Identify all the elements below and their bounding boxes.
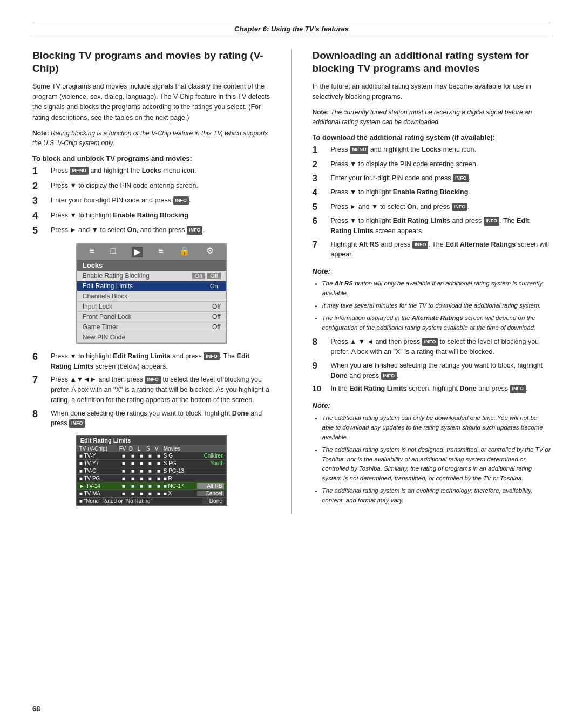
right-note-bottom: Note: The additional rating system can o… [313,400,551,505]
left-note: Note: Rating blocking is a function of t… [32,128,271,148]
column-divider [292,49,292,514]
rating-row-none: ■ "None" Rated or "No Rating" Done [77,498,226,505]
r-step-3-num: 3 [313,173,328,184]
menu-row-game-timer: Game Timer Off [77,322,226,332]
right-intro: In the future, an additional rating syst… [313,81,551,103]
left-steps: 1 Press MENU and highlight the Locks men… [32,166,271,237]
step-5-text: Press ► and ▼ to select On, and then pre… [51,225,271,235]
r-step-10: 10 In the Edit Rating Limits screen, hig… [313,384,551,394]
enter-icon-r6: INFO [484,217,500,226]
step-7-num: 7 [32,375,48,386]
note-mid-header: Note: [313,266,551,277]
icon-square: □ [110,247,116,257]
enter-icon-r3: INFO [453,174,469,183]
rating-row-tvpg: ■ TV-PG ■ ■ ■ ■ ■ ■ R [77,475,226,482]
note-bottom-item-2: The additional rating system is not desi… [322,445,551,484]
right-steps: 1 Press MENU and highlight the Locks men… [313,145,551,260]
r-step-5-num: 5 [313,202,328,213]
r-step-4-text: Press ▼ to highlight Enable Rating Block… [331,187,551,198]
r-step-3-text: Enter your four-digit PIN code and press… [331,173,551,183]
r-step-2: 2 Press ▼ to display the PIN code enteri… [313,159,551,170]
icon-lock: 🔒 [179,247,190,257]
rating-row-tvy: ■ TV-Y ■ ■ ■ ■ ■ S G Children [77,452,226,460]
step-8: 8 When done selecting the ratings you wa… [32,409,271,429]
rating-row-tv14: ► TV-14 ■ ■ ■ ■ ■ ■ NC-17 Alt RS [77,482,226,490]
step-8-num: 8 [32,409,48,420]
step-3-num: 3 [32,195,48,207]
enter-icon-1: INFO [173,196,189,205]
rating-table-header: TV (V-Chip) FV D L S V Movies [77,445,226,452]
step-2-text: Press ▼ to display the PIN code entering… [51,181,271,191]
note-bottom-item-3: The additional rating system is an evolv… [322,486,551,506]
step-4: 4 Press ▼ to highlight Enable Rating Blo… [32,210,271,222]
r-step-6: 6 Press ▼ to highlight Edit Rating Limit… [313,216,551,236]
step-5: 5 Press ► and ▼ to select On, and then p… [32,225,271,237]
r-step-1: 1 Press MENU and highlight the Locks men… [313,145,551,155]
r-step-2-text: Press ▼ to display the PIN code entering… [331,159,551,169]
menu-icon-r1: MENU [350,146,369,154]
tv-menu-mockup: ≡ □ ▶ ≡ 🔒 ⚙ Locks Enable Rating Blocking… [76,243,227,344]
r-step-6-num: 6 [313,216,328,227]
rating-row-tvy7: ■ TV-Y7 ■ ■ ■ ■ ■ S PG Youth [77,460,226,467]
icon-play: ▶ [132,247,143,257]
r-step-6-text: Press ▼ to highlight Edit Rating Limits … [331,216,551,236]
r-step-3: 3 Enter your four-digit PIN code and pre… [313,173,551,184]
r-step-7: 7 Highlight Alt RS and press INFO. The E… [313,240,551,260]
step-3-text: Enter your four-digit PIN code and press… [51,195,271,206]
two-column-layout: Blocking TV programs and movies by ratin… [32,49,551,514]
r-step-4: 4 Press ▼ to highlight Enable Rating Blo… [313,187,551,198]
note-bottom-list: The additional rating system can only be… [313,413,551,505]
page: Chapter 6: Using the TV's features Block… [0,0,583,728]
enter-icon-r9: INFO [381,372,397,380]
r-step-5-text: Press ► and ▼ to select On, and press IN… [331,202,551,212]
page-number: 68 [32,705,40,713]
note-bottom-item-1: The additional rating system can only be… [322,413,551,442]
rating-table-title: Edit Rating Limits [77,436,226,445]
note-bottom-header: Note: [313,400,551,411]
left-sub-heading: To block and unblock TV programs and mov… [32,154,271,162]
r-step-8-text: Press ▲ ▼ ◄ and then press INFO to selec… [331,337,551,357]
step-6-text: Press ▼ to highlight Edit Rating Limits … [51,351,271,372]
step-6: 6 Press ▼ to highlight Edit Rating Limit… [32,351,271,372]
r-step-8: 8 Press ▲ ▼ ◄ and then press INFO to sel… [313,337,551,357]
r-step-10-num: 10 [313,384,328,393]
step-8-text: When done selecting the ratings you want… [51,409,271,429]
enter-icon-r10: INFO [510,385,526,393]
enter-icon-r8: INFO [422,338,438,346]
r-step-1-num: 1 [313,145,328,155]
menu-icon: MENU [70,167,89,175]
menu-row-enable-rating: Enable Rating Blocking Off Off [77,271,226,281]
r-step-10-text: In the Edit Rating Limits screen, highli… [331,384,551,394]
r-step-9: 9 When you are finished selecting the ra… [313,360,551,381]
step-2: 2 Press ▼ to display the PIN code enteri… [32,181,271,193]
enter-icon-2: INFO [187,226,203,235]
r-step-5: 5 Press ► and ▼ to select On, and press … [313,202,551,213]
step-7: 7 Press ▲▼◄► and then press INFO to sele… [32,375,271,405]
right-note-top: Note: The currently tuned station must b… [313,107,551,127]
r-step-8-num: 8 [313,337,328,348]
menu-row-input-lock: Input Lock Off [77,302,226,312]
left-section-title: Blocking TV programs and movies by ratin… [32,49,271,75]
step-5-num: 5 [32,225,48,237]
right-sub-heading: To download the additional rating system… [313,133,551,141]
icon-gear: ⚙ [206,247,214,257]
step-3: 3 Enter your four-digit PIN code and pre… [32,195,271,207]
step-1-num: 1 [32,166,48,178]
enter-icon-3: INFO [204,352,220,361]
r-step-7-num: 7 [313,240,328,250]
step-6-num: 6 [32,351,48,363]
left-steps-continued: 6 Press ▼ to highlight Edit Rating Limit… [32,351,271,428]
enter-icon-r5: INFO [452,203,468,212]
step-4-text: Press ▼ to highlight Enable Rating Block… [51,210,271,221]
left-column: Blocking TV programs and movies by ratin… [32,49,271,514]
tv-menu-title: Locks [77,260,226,271]
chapter-header: Chapter 6: Using the TV's features [32,22,551,36]
r-step-2-num: 2 [313,159,328,170]
right-section-title: Downloading an additional rating system … [313,49,551,75]
r-step-1-text: Press MENU and highlight the Locks menu … [331,145,551,155]
menu-row-new-pin: New PIN Code [77,332,226,343]
icon-list: ≡ [90,247,94,257]
r-step-7-text: Highlight Alt RS and press INFO. The Edi… [331,240,551,260]
note-mid-item-2: It may take several minutes for the TV t… [322,301,551,311]
tv-menu-rows: Enable Rating Blocking Off Off Edit Rati… [77,271,226,343]
